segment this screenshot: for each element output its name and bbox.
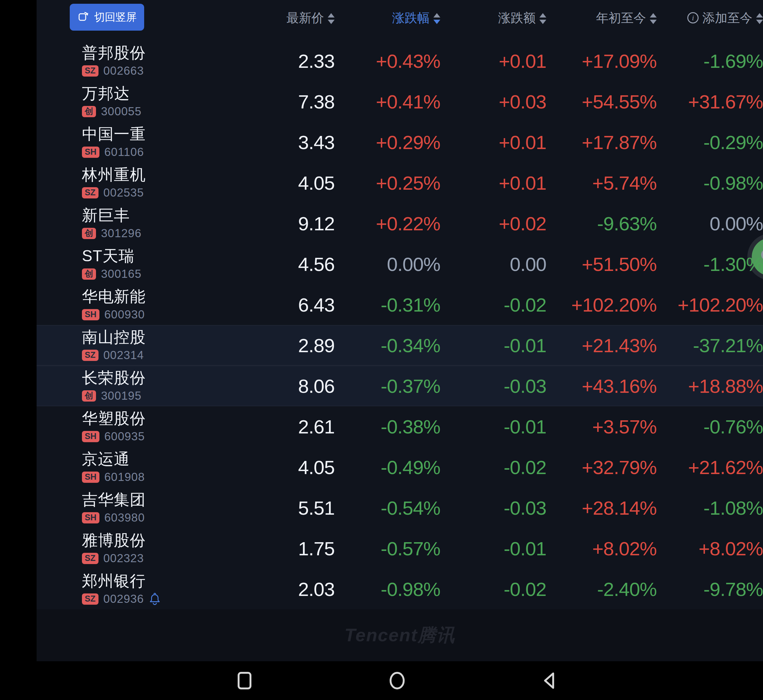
stock-code: 002663 bbox=[103, 64, 144, 78]
sort-header-ytd[interactable]: 年初至今 bbox=[546, 0, 656, 41]
stock-code-line: SH600935 bbox=[82, 431, 230, 442]
home-circle-icon[interactable] bbox=[388, 670, 406, 691]
ytd-change: -2.40% bbox=[546, 569, 656, 609]
change-percent: -0.38% bbox=[335, 406, 440, 447]
latest-price: 4.05 bbox=[230, 162, 335, 203]
change-amount: -0.01 bbox=[440, 528, 546, 569]
stock-code: 603980 bbox=[105, 511, 145, 524]
latest-price: 2.33 bbox=[230, 41, 335, 81]
stock-code: 600935 bbox=[105, 430, 145, 443]
change-amount: 0.00 bbox=[440, 244, 546, 284]
since-added-change: -1.69% bbox=[656, 41, 763, 81]
ytd-change: +3.57% bbox=[546, 406, 656, 447]
change-percent: -0.49% bbox=[335, 447, 440, 488]
change-amount: +0.01 bbox=[440, 122, 546, 162]
recents-square-icon[interactable] bbox=[235, 670, 254, 691]
info-icon: i bbox=[687, 12, 699, 23]
stock-identity: 京运通SH601908 bbox=[37, 447, 230, 488]
market-badge: SH bbox=[82, 512, 99, 523]
stock-name: 雅博股份 bbox=[82, 532, 230, 548]
stock-code: 002535 bbox=[103, 186, 144, 199]
back-triangle-icon[interactable] bbox=[541, 670, 559, 691]
table-header-row: 切回竖屏 最新价 涨跌幅 涨跌额 年初至今 i 添加至今 bbox=[37, 0, 763, 41]
market-badge: SH bbox=[82, 431, 99, 442]
stock-row-002936[interactable]: 郑州银行SZ0029362.03-0.98%-0.02-2.40%-9.78% bbox=[37, 569, 763, 609]
change-percent: +0.43% bbox=[335, 41, 440, 81]
stock-row-600930[interactable]: 华电新能SH6009306.43-0.31%-0.02+102.20%+102.… bbox=[37, 284, 763, 325]
stock-code-line: 创300055 bbox=[82, 106, 230, 117]
stock-name: 中国一重 bbox=[82, 126, 230, 142]
latest-price: 3.43 bbox=[230, 122, 335, 162]
stock-row-300195[interactable]: 长荣股份创3001958.06-0.37%-0.03+43.16%+18.88% bbox=[37, 366, 763, 406]
stock-name: ST天瑞 bbox=[82, 248, 230, 264]
alert-bell-icon[interactable] bbox=[149, 593, 160, 605]
stock-code-line: SH600930 bbox=[82, 309, 230, 320]
ytd-change: +5.74% bbox=[546, 162, 656, 203]
change-percent: +0.29% bbox=[335, 122, 440, 162]
since-added-change: +31.67% bbox=[656, 81, 763, 122]
stock-row-300165[interactable]: ST天瑞创3001654.560.00%0.00+51.50%-1.30% bbox=[37, 244, 763, 284]
latest-price: 4.05 bbox=[230, 447, 335, 488]
stock-identity: 郑州银行SZ002936 bbox=[37, 569, 230, 609]
since-added-change: +18.88% bbox=[656, 366, 763, 406]
stock-name: 普邦股份 bbox=[82, 45, 230, 61]
sort-header-latest-price[interactable]: 最新价 bbox=[230, 0, 335, 41]
since-added-change: +8.02% bbox=[656, 528, 763, 569]
since-added-change: -37.21% bbox=[656, 325, 763, 366]
ytd-change: +43.16% bbox=[546, 366, 656, 406]
rotate-to-portrait-button[interactable]: 切回竖屏 bbox=[70, 4, 144, 31]
latest-price: 2.89 bbox=[230, 325, 335, 366]
change-percent: +0.22% bbox=[335, 203, 440, 244]
screen: { "header": { "rotate_button": "切回竖屏", "… bbox=[0, 0, 763, 700]
stock-row-300055[interactable]: 万邦达创3000557.38+0.41%+0.03+54.55%+31.67% bbox=[37, 81, 763, 122]
market-badge: 创 bbox=[82, 228, 96, 239]
market-badge: SZ bbox=[82, 553, 99, 564]
since-added-change: -0.76% bbox=[656, 406, 763, 447]
stock-row-603980[interactable]: 吉华集团SH6039805.51-0.54%-0.03+28.14%-1.08% bbox=[37, 488, 763, 528]
rotate-button-label: 切回竖屏 bbox=[94, 10, 137, 24]
stock-row-002323[interactable]: 雅博股份SZ0023231.75-0.57%-0.01+8.02%+8.02% bbox=[37, 528, 763, 569]
stock-code: 601106 bbox=[105, 145, 144, 159]
stock-row-002535[interactable]: 林州重机SZ0025354.05+0.25%+0.01+5.74%-0.98% bbox=[37, 162, 763, 203]
stock-code: 002314 bbox=[103, 349, 144, 362]
stock-identity: 雅博股份SZ002323 bbox=[37, 528, 230, 569]
since-added-change: -0.98% bbox=[656, 162, 763, 203]
sort-header-change-percent[interactable]: 涨跌幅 bbox=[335, 0, 440, 41]
stock-identity: ST天瑞创300165 bbox=[37, 244, 230, 284]
market-badge: 创 bbox=[82, 269, 96, 280]
change-percent: +0.25% bbox=[335, 162, 440, 203]
market-badge: SH bbox=[82, 309, 99, 320]
change-amount: -0.02 bbox=[440, 447, 546, 488]
stock-row-002314[interactable]: 南山控股SZ0023142.89-0.34%-0.01+21.43%-37.21… bbox=[37, 325, 763, 366]
stock-row-301296[interactable]: 新巨丰创3012969.12+0.22%+0.02-9.63%0.00% bbox=[37, 203, 763, 244]
stock-row-002663[interactable]: 普邦股份SZ0026632.33+0.43%+0.01+17.09%-1.69% bbox=[37, 41, 763, 81]
sort-header-change-amount[interactable]: 涨跌额 bbox=[440, 0, 546, 41]
latest-price: 1.75 bbox=[230, 528, 335, 569]
footer-area: Tencent腾讯 bbox=[37, 609, 763, 661]
stock-row-601908[interactable]: 京运通SH6019084.05-0.49%-0.02+32.79%+21.62% bbox=[37, 447, 763, 488]
stock-code-line: SH601106 bbox=[82, 147, 230, 158]
stock-code: 600930 bbox=[105, 308, 145, 321]
latest-price: 2.61 bbox=[230, 406, 335, 447]
stock-name: 南山控股 bbox=[82, 329, 230, 345]
latest-price: 4.56 bbox=[230, 244, 335, 284]
market-badge: SZ bbox=[82, 187, 99, 198]
stock-identity: 南山控股SZ002314 bbox=[37, 325, 230, 366]
stock-name: 京运通 bbox=[82, 451, 230, 467]
stock-row-601106[interactable]: 中国一重SH6011063.43+0.29%+0.01+17.87%-0.29% bbox=[37, 122, 763, 162]
change-percent: -0.37% bbox=[335, 366, 440, 406]
header-left-cell: 切回竖屏 bbox=[37, 0, 230, 41]
stock-code-line: SH601908 bbox=[82, 472, 230, 483]
stock-name: 华塑股份 bbox=[82, 410, 230, 427]
latest-price: 7.38 bbox=[230, 81, 335, 122]
sort-arrows-icon bbox=[756, 13, 763, 24]
stock-row-600935[interactable]: 华塑股份SH6009352.61-0.38%-0.01+3.57%-0.76% bbox=[37, 406, 763, 447]
sort-header-since-added[interactable]: i 添加至今 bbox=[656, 0, 763, 41]
change-percent: +0.41% bbox=[335, 81, 440, 122]
stock-code: 301296 bbox=[101, 227, 141, 240]
sort-arrows-icon bbox=[539, 13, 546, 24]
change-percent: -0.31% bbox=[335, 284, 440, 325]
stock-code: 601908 bbox=[105, 470, 145, 484]
stock-code-line: 创300195 bbox=[82, 390, 230, 402]
sort-arrows-icon bbox=[650, 13, 656, 24]
